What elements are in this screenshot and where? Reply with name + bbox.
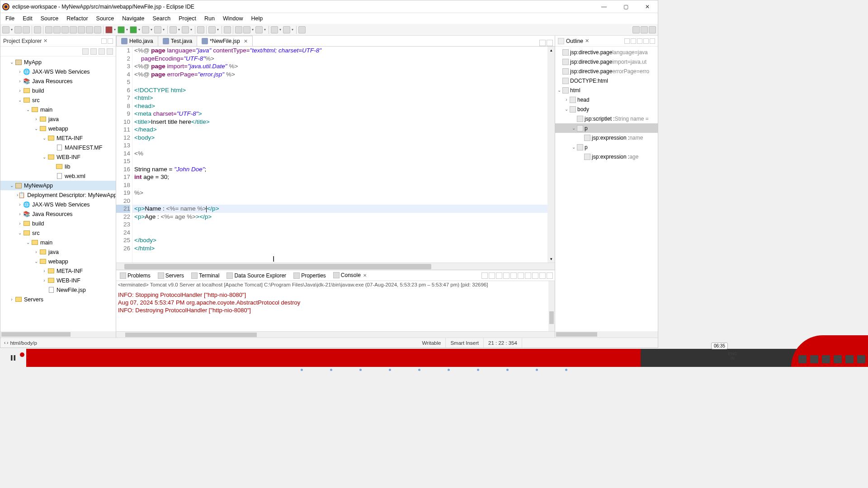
tray-icon[interactable] [798,355,807,363]
skip-icon[interactable] [45,26,52,33]
run-last-icon[interactable] [154,26,161,33]
console-scrollbar-v[interactable] [548,281,555,331]
close-button[interactable]: ✕ [641,2,654,11]
tray-icon[interactable] [845,355,854,363]
tree-build2[interactable]: ›build [0,219,116,228]
tree-depdesc[interactable]: ›📋Deployment Descriptor: MyNewApp [0,190,116,200]
scroll-lock-icon[interactable] [503,272,509,279]
tree-metainf[interactable]: ⌄META-INF [0,133,116,143]
outline-tree[interactable]: jsp:directive.page language=java jsp:dir… [555,47,658,331]
console-scrollbar-h[interactable] [116,331,555,338]
maximize-button[interactable]: ▢ [619,2,632,11]
outline-doctype[interactable]: DOCTYPE:html [555,76,658,85]
tab-console[interactable]: Console✕ [330,270,370,281]
new-icon[interactable] [2,26,9,33]
tree-jaxws2[interactable]: ›🌐JAX-WS Web Services [0,200,116,209]
tree-servers[interactable]: ›Servers [0,295,116,304]
tab-properties[interactable]: Properties [290,270,330,281]
outline-head[interactable]: ›head [555,95,658,104]
dropdown-icon[interactable]: ▾ [263,26,267,33]
menu-run[interactable]: Run [200,14,219,23]
outline-body[interactable]: ⌄body [555,104,658,114]
clear-console-icon[interactable] [496,272,502,279]
pause-button[interactable] [0,349,26,367]
stop-icon[interactable] [105,26,113,33]
toggle-mark-icon[interactable] [235,26,242,33]
menu-navigate[interactable]: Navigate [118,14,148,23]
outline-scrollbar-h[interactable] [555,331,658,338]
close-icon[interactable]: ✕ [244,38,248,44]
outline-expr1[interactable]: jsp:expression : name [555,133,658,142]
tree-project-myapp[interactable]: ⌄MyApp [0,57,116,67]
console-output[interactable]: INFO: Stopping ProtocolHandler ["http-ni… [116,290,555,331]
dropdown-icon[interactable]: ▾ [113,26,117,33]
menu-refactor[interactable]: Refactor [62,14,92,23]
toggle-icon[interactable] [34,26,41,33]
outline-p1[interactable]: ⌄p [555,123,658,133]
open-type-icon[interactable] [197,26,204,33]
tray-icon[interactable] [822,355,830,363]
minimize-view-icon[interactable] [101,38,107,44]
maximize-editor-icon[interactable] [547,40,553,46]
remove-launch-icon[interactable] [481,272,488,279]
step-into-icon[interactable] [78,26,85,33]
dropdown-icon[interactable]: ▾ [251,26,255,33]
new-server-icon[interactable] [170,26,177,33]
tree-java[interactable]: ›java [0,114,116,124]
close-icon[interactable]: ✕ [585,38,589,44]
outline-directive3[interactable]: jsp:directive.page errorPage=erro [555,66,658,76]
editor-scrollbar-h[interactable] [116,263,555,270]
back-icon[interactable] [271,26,278,33]
step-return-icon[interactable] [94,26,101,33]
dropdown-icon[interactable]: ▾ [291,26,294,33]
tree-newfile[interactable]: NewFile.jsp [0,285,116,295]
tray-icon[interactable] [857,355,865,363]
save-all-icon[interactable] [23,26,30,33]
dropdown-icon[interactable]: ▾ [162,26,165,33]
maximize-view-icon[interactable] [650,38,655,44]
minimize-view-icon[interactable] [643,38,649,44]
tab-test-java[interactable]: Test.java [158,36,197,46]
dropdown-icon[interactable]: ▾ [150,26,153,33]
minimize-editor-icon[interactable] [539,40,546,46]
tab-hello-java[interactable]: Hello.java [116,36,158,46]
tab-servers[interactable]: Servers [154,270,188,281]
step-over-icon[interactable] [86,26,93,33]
tree-src2[interactable]: ⌄src [0,228,116,238]
tray-icon[interactable] [810,355,818,363]
close-icon[interactable]: ✕ [363,273,367,278]
outline-expr2[interactable]: jsp:expression : age [555,152,658,161]
tree-main2[interactable]: ⌄main [0,238,116,247]
menu-edit[interactable]: Edit [19,14,37,23]
tree-webapp2[interactable]: ⌄webapp [0,257,116,266]
view-menu-icon[interactable] [637,38,642,44]
link-editor-icon[interactable] [90,48,97,55]
filter-icon[interactable] [99,48,105,55]
suspend-icon[interactable] [61,26,69,33]
tree-main[interactable]: ⌄main [0,105,116,114]
menu-search[interactable]: Search [149,14,175,23]
outline-scriptlet[interactable]: jsp:scriptlet : String name = [555,114,658,123]
tree-metainf2[interactable]: ›META-INF [0,266,116,276]
editor-scrollbar-v[interactable]: ▴▾ [547,47,555,263]
tree-lib[interactable]: lib [0,162,116,171]
quick-access-icon[interactable] [632,26,640,33]
menu-file[interactable]: File [1,14,19,23]
next-annotation-icon[interactable] [243,26,250,33]
outline-p2[interactable]: ⌄p [555,142,658,152]
dropdown-icon[interactable]: ▾ [278,26,282,33]
save-icon[interactable] [14,26,22,33]
editor-body[interactable]: 12345 678910 1112131415 1617181920 21222… [116,47,555,263]
menu-window[interactable]: Window [219,14,247,23]
tree-src[interactable]: ⌄src [0,95,116,105]
tree-javares[interactable]: ›📚Java Resources [0,76,116,86]
debug-icon[interactable] [118,26,125,33]
breadcrumb[interactable]: html/body/p [10,340,37,346]
outline-directive1[interactable]: jsp:directive.page language=java [555,47,658,57]
pin-editor-icon[interactable] [298,26,306,33]
dropdown-icon[interactable]: ▾ [125,26,129,33]
prev-annotation-icon[interactable] [255,26,263,33]
tree-build[interactable]: ›build [0,86,116,95]
explorer-scrollbar-h[interactable] [0,331,116,338]
tree-webinf2[interactable]: ›WEB-INF [0,276,116,285]
